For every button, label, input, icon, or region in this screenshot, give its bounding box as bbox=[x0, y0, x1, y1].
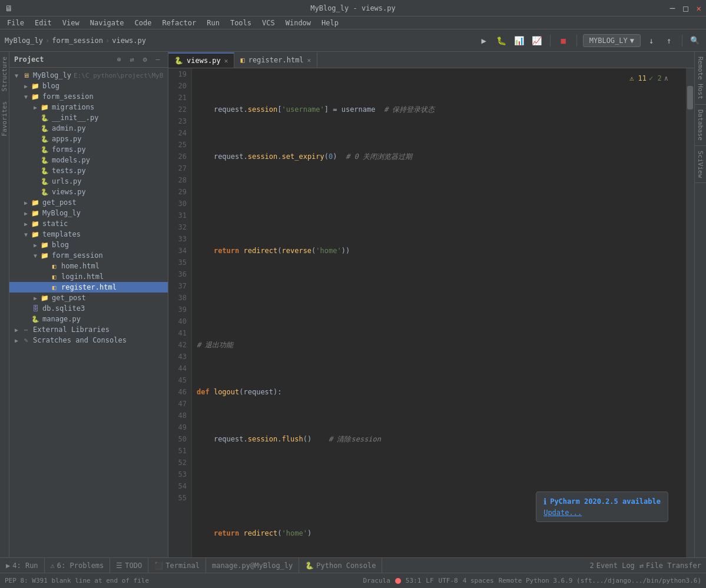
notification-title: PyCharm 2020.2.5 available bbox=[550, 497, 661, 506]
favorites-panel-label[interactable]: Favorites bbox=[0, 97, 9, 141]
maximize-btn[interactable]: □ bbox=[683, 4, 688, 13]
menu-file[interactable]: File bbox=[2, 18, 29, 28]
sidebar-minimize-icon[interactable]: — bbox=[153, 54, 163, 65]
commit-icon[interactable]: ↑ bbox=[662, 34, 676, 48]
tree-item-migrations[interactable]: ▶ 📁 migrations bbox=[9, 102, 168, 112]
arrow-root: ▼ bbox=[12, 72, 21, 79]
notification-update-btn[interactable]: Update... bbox=[543, 509, 582, 517]
file-transfer-tab[interactable]: ⇄ File Transfer bbox=[639, 562, 701, 570]
remote-host-panel-label[interactable]: Remote Host bbox=[695, 52, 706, 105]
line-num-36: 36 bbox=[168, 268, 191, 280]
tree-item-form-session[interactable]: ▼ 📁 form_session bbox=[9, 91, 168, 102]
tree-item-form-session-tmpl[interactable]: ▼ 📁 form_session bbox=[9, 250, 168, 261]
menu-run[interactable]: Run bbox=[202, 18, 224, 28]
event-log-tab[interactable]: 2 Event Log bbox=[590, 562, 635, 570]
tree-item-scratches[interactable]: ▶ ✎ Scratches and Consoles bbox=[9, 335, 168, 346]
interpreter-info[interactable]: Remote Python 3.6.9 (sft.../django.../bi… bbox=[499, 577, 701, 584]
database-panel-label[interactable]: Database bbox=[695, 105, 706, 146]
line-num-23: 23 bbox=[168, 115, 191, 127]
line-num-30: 30 bbox=[168, 198, 191, 210]
code-area[interactable]: request.session['username'] = username #… bbox=[192, 68, 686, 557]
line-num-42: 42 bbox=[168, 339, 191, 351]
profile-icon[interactable]: 📈 bbox=[530, 34, 544, 48]
menu-navigate[interactable]: Navigate bbox=[85, 18, 129, 28]
problems-tab[interactable]: ⚠ 6: Problems bbox=[45, 558, 111, 573]
tree-item-tests[interactable]: 🐍 tests.py bbox=[9, 165, 168, 176]
tree-item-root[interactable]: ▼ 🖥 MyBlog_ly E:\C_python\project\MyB bbox=[9, 70, 168, 81]
stop-icon[interactable]: ■ bbox=[556, 34, 571, 48]
menu-help[interactable]: Help bbox=[317, 18, 343, 28]
tree-item-forms[interactable]: 🐍 forms.py bbox=[9, 144, 168, 155]
tree-item-blog[interactable]: ▶ 📁 blog bbox=[9, 81, 168, 91]
code-line-24: # 退出功能 bbox=[197, 339, 681, 351]
line-num-54: 54 bbox=[168, 480, 191, 492]
minimize-btn[interactable]: ─ bbox=[670, 4, 675, 13]
run-tab[interactable]: ▶ 4: Run bbox=[0, 558, 45, 573]
menu-code[interactable]: Code bbox=[130, 18, 157, 28]
file-transfer-icon: ⇄ bbox=[639, 562, 644, 570]
nav-up-icon[interactable]: ∧ bbox=[664, 74, 668, 82]
python-console-tab[interactable]: 🐍 Python Console bbox=[299, 558, 382, 573]
sidebar-sync-icon[interactable]: ⇄ bbox=[127, 54, 137, 65]
tree-item-views[interactable]: 🐍 views.py bbox=[9, 187, 168, 197]
line-num-26: 26 bbox=[168, 151, 191, 162]
scrollbar-thumb[interactable] bbox=[687, 86, 693, 109]
menu-edit[interactable]: Edit bbox=[30, 18, 57, 28]
run-icon[interactable]: ▶ bbox=[477, 34, 491, 48]
sidebar-settings-icon[interactable]: ⚙ bbox=[140, 54, 150, 65]
sidebar-add-icon[interactable]: ⊕ bbox=[114, 54, 124, 65]
line-num-48: 48 bbox=[168, 410, 191, 421]
tab-register-html[interactable]: ◧ register.html ✕ bbox=[234, 52, 317, 68]
terminal-tab[interactable]: ⬛ Terminal bbox=[148, 558, 206, 573]
tree-item-blog-tmpl[interactable]: ▶ 📁 blog bbox=[9, 240, 168, 250]
tree-item-register-html[interactable]: ◧ register.html bbox=[9, 282, 168, 293]
tree-item-login-html[interactable]: ◧ login.html bbox=[9, 271, 168, 282]
tree-item-myblog[interactable]: ▶ 📁 MyBlog_ly bbox=[9, 208, 168, 218]
tree-item-static[interactable]: ▶ 📁 static bbox=[9, 218, 168, 229]
tree-item-get-post-tmpl[interactable]: ▶ 📁 get_post bbox=[9, 293, 168, 303]
tree-item-ext-libs[interactable]: ▶ ⋯ External Libraries bbox=[9, 324, 168, 335]
cursor-position[interactable]: 53:1 bbox=[406, 577, 422, 584]
tree-item-get-post[interactable]: ▶ 📁 get_post bbox=[9, 197, 168, 208]
menu-window[interactable]: Window bbox=[281, 18, 316, 28]
sciview-panel-label[interactable]: SciView bbox=[695, 146, 706, 183]
menu-refactor[interactable]: Refactor bbox=[157, 18, 201, 28]
tab-register-html-close[interactable]: ✕ bbox=[307, 57, 311, 64]
tree-label-models: models.py bbox=[52, 156, 90, 164]
manage-tab[interactable]: manage.py@MyBlog_ly bbox=[206, 558, 299, 573]
tree-item-models[interactable]: 🐍 models.py bbox=[9, 155, 168, 165]
debug-icon[interactable]: 🐛 bbox=[495, 34, 509, 48]
update-icon[interactable]: ↓ bbox=[644, 34, 658, 48]
todo-tab[interactable]: ☰ TODO bbox=[110, 558, 148, 573]
tree-item-db[interactable]: 🗄 db.sqlite3 bbox=[9, 303, 168, 314]
tree-label-get-post: get_post bbox=[42, 198, 77, 207]
indent-info[interactable]: 4 spaces bbox=[463, 577, 494, 584]
tree-item-manage[interactable]: 🐍 manage.py bbox=[9, 314, 168, 324]
tree-item-templates[interactable]: ▼ 📁 templates bbox=[9, 229, 168, 240]
py-icon-apps: 🐍 bbox=[40, 134, 49, 144]
branch-button[interactable]: MYBLOG_LY ▼ bbox=[583, 34, 641, 47]
coverage-icon[interactable]: 📊 bbox=[512, 34, 526, 48]
structure-panel-label[interactable]: Structure bbox=[0, 52, 9, 97]
tab-views-py-close[interactable]: ✕ bbox=[224, 57, 228, 65]
scroll-indicator[interactable] bbox=[686, 68, 694, 557]
tree-item-apps[interactable]: 🐍 apps.py bbox=[9, 134, 168, 144]
menu-vcs[interactable]: VCS bbox=[257, 18, 280, 28]
tab-views-py[interactable]: 🐍 views.py ✕ bbox=[168, 52, 234, 68]
title-left: 🖥 bbox=[5, 4, 13, 13]
code-line-26: request.session.flush() # 清除session bbox=[197, 433, 681, 445]
title-bar: 🖥 MyBlog_ly - views.py ─ □ ✕ bbox=[0, 0, 706, 16]
menu-view[interactable]: View bbox=[58, 18, 84, 28]
tree-item-urls[interactable]: 🐍 urls.py bbox=[9, 176, 168, 187]
branch-name: MYBLOG_LY bbox=[589, 36, 628, 45]
code-line-22: return redirect(reverse('home')) bbox=[197, 245, 681, 257]
menu-tools[interactable]: Tools bbox=[226, 18, 256, 28]
code-editor[interactable]: ⚠ 11 ✓ 2 ∧ 19 20 21 22 23 24 25 26 27 bbox=[168, 68, 686, 557]
tree-item-init[interactable]: 🐍 __init__.py bbox=[9, 112, 168, 123]
encoding[interactable]: UTF-8 bbox=[439, 577, 458, 584]
tree-item-home-html[interactable]: ◧ home.html bbox=[9, 261, 168, 271]
search-everywhere-icon[interactable]: 🔍 bbox=[688, 34, 701, 47]
close-btn[interactable]: ✕ bbox=[697, 4, 701, 13]
line-ending[interactable]: LF bbox=[426, 577, 433, 584]
tree-item-admin[interactable]: 🐍 admin.py bbox=[9, 123, 168, 134]
